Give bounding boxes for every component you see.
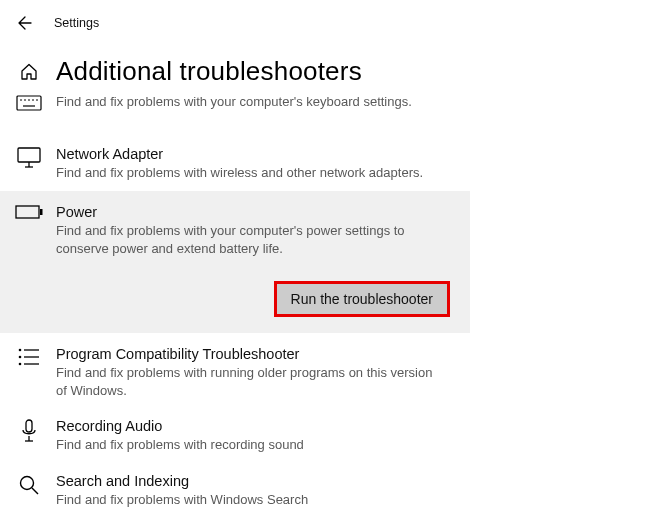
topbar: Settings: [0, 0, 653, 42]
svg-point-12: [19, 349, 22, 352]
item-title: Power: [56, 203, 456, 222]
item-title: Network Adapter: [56, 145, 456, 164]
svg-rect-0: [17, 96, 41, 110]
item-network-adapter[interactable]: Network Adapter Find and fix problems wi…: [0, 123, 470, 191]
item-title: Recording Audio: [56, 417, 456, 436]
item-desc: Find and fix problems with wireless and …: [56, 164, 446, 182]
item-desc: Find and fix problems with your computer…: [56, 222, 446, 257]
item-desc: Find and fix problems with your computer…: [56, 93, 446, 111]
svg-rect-10: [16, 206, 39, 218]
svg-point-16: [19, 363, 22, 366]
arrow-left-icon: [17, 15, 33, 31]
svg-line-22: [32, 488, 38, 494]
svg-rect-11: [40, 209, 43, 215]
battery-icon: [14, 203, 44, 317]
keyboard-icon: [14, 93, 44, 113]
back-button[interactable]: [10, 8, 40, 38]
page-title: Additional troubleshooters: [56, 56, 362, 87]
item-program-compatibility[interactable]: Program Compatibility Troubleshooter Fin…: [0, 337, 470, 409]
item-desc: Find and fix problems with recording sou…: [56, 436, 446, 454]
svg-rect-18: [26, 420, 32, 432]
item-title: Program Compatibility Troubleshooter: [56, 345, 456, 364]
item-keyboard[interactable]: Find and fix problems with your computer…: [0, 93, 470, 123]
monitor-icon: [14, 145, 44, 181]
item-desc: Find and fix problems with Windows Searc…: [56, 491, 446, 509]
item-search-indexing[interactable]: Search and Indexing Find and fix problem…: [0, 464, 470, 511]
run-troubleshooter-button[interactable]: Run the troubleshooter: [274, 281, 450, 317]
topbar-title: Settings: [54, 16, 99, 30]
item-desc: Find and fix problems with running older…: [56, 364, 446, 399]
svg-point-21: [21, 476, 34, 489]
search-icon: [14, 472, 44, 508]
home-icon[interactable]: [17, 62, 41, 82]
item-recording-audio[interactable]: Recording Audio Find and fix problems wi…: [0, 409, 470, 463]
header-row: Additional troubleshooters: [0, 42, 653, 93]
svg-point-14: [19, 356, 22, 359]
svg-rect-7: [18, 148, 40, 162]
microphone-icon: [14, 417, 44, 453]
item-title: Search and Indexing: [56, 472, 456, 491]
list-icon: [14, 345, 44, 399]
troubleshooter-list: Find and fix problems with your computer…: [0, 93, 653, 511]
item-power[interactable]: Power Find and fix problems with your co…: [0, 191, 470, 333]
